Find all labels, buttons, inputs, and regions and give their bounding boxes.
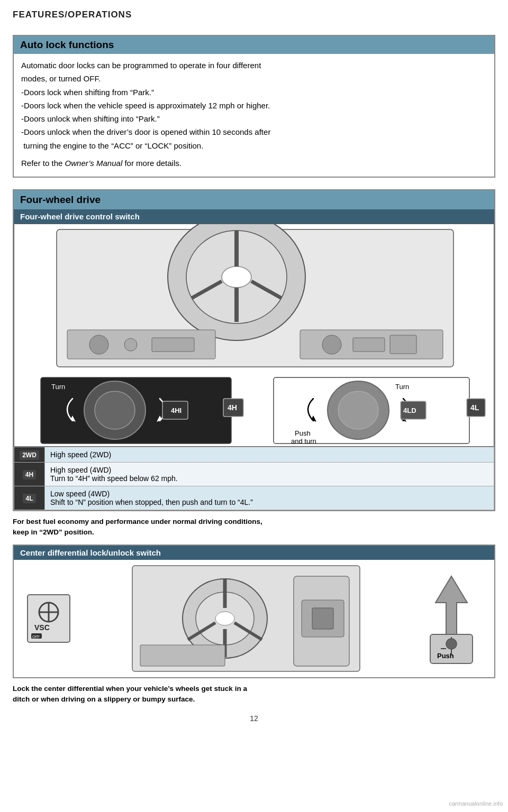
cdiff-steering-diagram	[86, 563, 406, 674]
cdiff-diagram: VSC OFF	[14, 560, 494, 677]
svg-text:and turn: and turn	[291, 437, 316, 445]
page-header: FEATURES/OPERATIONS	[13, 10, 495, 20]
svg-point-18	[95, 391, 135, 429]
svg-text:Turn: Turn	[51, 383, 65, 391]
svg-point-10	[89, 335, 108, 354]
fwd-section: Four-wheel drive Four-wheel drive contro…	[13, 189, 495, 511]
auto-lock-refer: Refer to the Owner’s Manual for more det…	[21, 157, 487, 169]
table-row: 4L Low speed (4WD) Shift to “N” position…	[14, 486, 494, 510]
auto-lock-line-7: turning the engine to the “ACC” or “LOCK…	[21, 140, 487, 152]
fwd-row-2-text: High speed (4WD) Turn to “4H” with speed…	[45, 463, 494, 486]
badge-4l: 4L	[23, 494, 35, 503]
svg-point-3	[222, 266, 251, 288]
svg-text:4HI: 4HI	[171, 407, 182, 414]
refer-end: for more details.	[124, 159, 182, 168]
auto-lock-line-1: Automatic door locks can be programmed t…	[21, 59, 487, 71]
cdiff-icon-left: VSC OFF	[17, 592, 80, 645]
auto-lock-section: Auto lock functions Automatic door locks…	[13, 35, 495, 178]
svg-text:Push: Push	[295, 429, 311, 437]
svg-point-48	[215, 612, 234, 625]
push-switch-svg: Push	[417, 571, 486, 666]
page-number: 12	[13, 714, 495, 723]
svg-text:Push: Push	[437, 652, 454, 660]
table-row: 4H High speed (4WD) Turn to “4H” with sp…	[14, 463, 494, 486]
svg-text:4L: 4L	[470, 403, 479, 412]
fwd-diagram: Turn 4HI 4H Turn	[14, 224, 494, 447]
fuel-note: For best fuel economy and performance un…	[13, 516, 495, 538]
watermark: carmanualonline.info	[449, 800, 503, 807]
fwd-row-3-text: Low speed (4WD) Shift to “N” position wh…	[45, 486, 494, 510]
fwd-sub-title: Four-wheel drive control switch	[14, 209, 494, 224]
vsc-icon-svg: VSC OFF	[25, 592, 72, 645]
table-row: 2WD High speed (2WD)	[14, 447, 494, 463]
badge-4h: 4H	[23, 470, 36, 479]
auto-lock-line-4: -Doors lock when the vehicle speed is ap…	[21, 99, 487, 112]
svg-text:Turn: Turn	[395, 383, 409, 391]
cdiff-sub-title: Center differential lock/unlock switch	[14, 546, 494, 560]
fwd-svg-diagram: Turn 4HI 4H Turn	[14, 224, 496, 446]
svg-point-28	[338, 391, 378, 429]
svg-point-13	[322, 335, 341, 354]
refer-italic: Owner’s Manual	[65, 159, 123, 168]
auto-lock-line-2: modes, or turned OFF.	[21, 72, 487, 85]
svg-point-11	[124, 338, 137, 351]
cdiff-svg	[130, 563, 362, 674]
lock-note: Lock the center differential when your v…	[13, 684, 495, 705]
fwd-table: 2WD High speed (2WD) 4H High speed (4WD)…	[14, 447, 494, 510]
svg-rect-14	[353, 338, 385, 352]
fwd-row-1-text: High speed (2WD)	[45, 447, 494, 463]
svg-text:VSC: VSC	[34, 623, 50, 632]
svg-text:4H: 4H	[228, 403, 237, 412]
auto-lock-body: Automatic door locks can be programmed t…	[14, 54, 494, 177]
svg-rect-56	[312, 608, 333, 629]
refer-text: Refer to the	[21, 159, 65, 168]
auto-lock-line-5: -Doors unlock when shifting into “Park.”	[21, 113, 487, 125]
badge-2wd: 2WD	[20, 450, 39, 460]
svg-marker-57	[436, 576, 467, 634]
auto-lock-title: Auto lock functions	[14, 36, 494, 54]
fwd-title: Four-wheel drive	[14, 190, 494, 209]
auto-lock-line-3: -Doors lock when shifting from “Park.”	[21, 86, 487, 98]
svg-rect-53	[140, 645, 225, 666]
svg-point-59	[446, 639, 457, 649]
svg-rect-15	[390, 335, 416, 354]
svg-text:OFF: OFF	[32, 635, 40, 639]
svg-rect-12	[152, 338, 194, 352]
cdiff-push-switch: Push	[412, 571, 491, 666]
auto-lock-line-6: -Doors unlock when the driver’s door is …	[21, 126, 487, 138]
svg-text:4LD: 4LD	[403, 407, 416, 414]
cdiff-section: Center differential lock/unlock switch V…	[13, 545, 495, 678]
